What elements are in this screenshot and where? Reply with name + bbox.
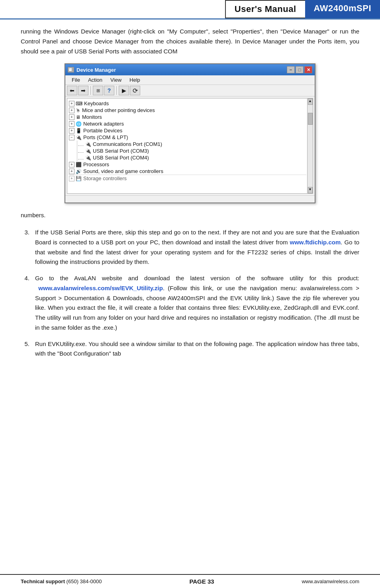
item-5-text: Run EVKUtility.exe. You should see a win… (35, 339, 359, 359)
scroll-thumb[interactable] (308, 113, 313, 125)
expand-ports[interactable]: − (69, 135, 74, 140)
device-manager-window: 🖥 Device Manager − □ ✕ File Action View … (65, 63, 315, 203)
close-button[interactable]: ✕ (304, 66, 312, 73)
ports-label: Ports (COM & LPT) (83, 134, 128, 140)
ports-children: 🔌 Communications Port (COM1) 🔌 USB Seria… (77, 141, 306, 161)
product-name: AW2400mSPI (305, 0, 380, 18)
dm-title: 🖥 Device Manager (68, 67, 116, 73)
network-icon: 🌐 (76, 121, 82, 127)
numbered-list: 3. If the USB Serial Ports are there, sk… (21, 228, 359, 359)
keyboard-icon: ⌨ (76, 101, 82, 106)
support-label: Technical support (21, 578, 67, 584)
menu-action[interactable]: Action (84, 76, 106, 84)
list-item-5: 5. Run EVKUtility.exe. You should see a … (21, 339, 359, 359)
tree-item-ports[interactable]: − 🔌 Ports (COM & LPT) (68, 134, 306, 141)
tree-item-storage[interactable]: + 💾 Storage controllers (68, 175, 306, 182)
dm-titlebar: 🖥 Device Manager − □ ✕ (65, 64, 315, 75)
storage-label: Storage controllers (83, 175, 127, 181)
dm-toolbar: ⬅ ➡ ⊞ ? ▶ ⟳ (65, 85, 315, 96)
restore-button[interactable]: □ (296, 66, 304, 73)
scan-button[interactable]: ▶ (119, 86, 129, 95)
support-phone: (650) 384-0000 (67, 578, 102, 584)
evk-utility-link[interactable]: www.avalanwireless.com/sw/EVK_Utility.zi… (38, 285, 163, 291)
monitors-icon: 🖥 (76, 114, 80, 120)
keyboards-label: Keyboards (84, 100, 109, 106)
tree-item-mice[interactable]: + 🖱 Mice and other pointing devices (68, 107, 306, 114)
tree-item-portable[interactable]: + 📱 Portable Devices (68, 127, 306, 134)
numbers-line: numbers. (21, 210, 359, 220)
portable-icon: 📱 (76, 128, 82, 134)
item-5-num: 5. (21, 339, 29, 359)
dm-title-icon: 🖥 (68, 67, 74, 73)
expand-mice[interactable]: + (69, 108, 74, 113)
dot-line-com3 (78, 149, 84, 153)
expand-sound[interactable]: + (69, 169, 74, 174)
mice-label: Mice and other pointing devices (82, 107, 155, 113)
manual-title: User's Manual (225, 0, 305, 18)
toolbar-sep-2 (116, 86, 117, 95)
dot-line-com1 (78, 143, 84, 146)
com4-icon: 🔌 (85, 155, 91, 161)
expand-portable[interactable]: + (69, 128, 74, 134)
com1-label: Communications Port (COM1) (93, 141, 162, 147)
dm-window-controls: − □ ✕ (287, 66, 312, 73)
tree-item-processors[interactable]: + ⬛ Processors (68, 161, 306, 168)
dm-statusbar (65, 195, 315, 203)
dm-title-text: Device Manager (76, 67, 116, 73)
list-item-4: 4. Go to the AvaLAN website and download… (21, 273, 359, 333)
mice-icon: 🖱 (76, 108, 80, 113)
tree-item-com3[interactable]: 🔌 USB Serial Port (COM3) (77, 147, 306, 154)
ftdichip-link[interactable]: www.ftdichip.com (290, 239, 341, 246)
minimize-button[interactable]: − (287, 66, 295, 73)
com4-label: USB Serial Port (COM4) (93, 155, 149, 161)
main-content: running the Windows Device Manager (righ… (0, 27, 380, 359)
footer-website: www.avalanwireless.com (302, 578, 359, 584)
refresh-button[interactable]: ⟳ (130, 86, 140, 95)
item-3-text: If the USB Serial Ports are there, skip … (35, 228, 359, 267)
ports-icon: 🔌 (76, 135, 82, 140)
dm-tree: + ⌨ Keyboards + 🖱 Mice and other pointin… (67, 98, 307, 193)
help-button[interactable]: ? (104, 86, 114, 95)
intro-paragraph: running the Windows Device Manager (righ… (21, 27, 359, 56)
expand-keyboards[interactable]: + (69, 101, 74, 106)
dm-body: + ⌨ Keyboards + 🖱 Mice and other pointin… (67, 98, 313, 194)
scroll-down[interactable]: ▼ (308, 187, 313, 193)
com1-icon: 🔌 (85, 142, 91, 147)
back-button[interactable]: ⬅ (67, 86, 77, 95)
page-header: User's Manual AW2400mSPI (0, 0, 380, 20)
scroll-up[interactable]: ▲ (308, 98, 313, 105)
expand-network[interactable]: + (69, 121, 74, 127)
sound-label: Sound, video and game controllers (83, 168, 163, 174)
tree-item-com4[interactable]: 🔌 USB Serial Port (COM4) (77, 154, 306, 161)
forward-button[interactable]: ➡ (78, 86, 88, 95)
expand-processors[interactable]: + (69, 162, 74, 167)
expand-storage[interactable]: + (69, 176, 74, 181)
monitors-label: Monitors (82, 114, 102, 120)
menu-help[interactable]: Help (125, 76, 144, 84)
item-4-text: Go to the AvaLAN website and download th… (35, 273, 359, 333)
dm-scrollbar[interactable]: ▲ ▼ (307, 98, 313, 193)
menu-view[interactable]: View (106, 76, 125, 84)
tree-item-com1[interactable]: 🔌 Communications Port (COM1) (77, 141, 306, 147)
item-4-num: 4. (21, 273, 29, 333)
com3-icon: 🔌 (85, 148, 91, 154)
properties-button[interactable]: ⊞ (93, 86, 103, 95)
tree-item-monitors[interactable]: + 🖥 Monitors (68, 114, 306, 120)
tree-item-sound[interactable]: + 🔊 Sound, video and game controllers (68, 168, 306, 175)
expand-monitors[interactable]: + (69, 114, 74, 120)
dm-menubar: File Action View Help (65, 75, 315, 85)
network-label: Network adapters (83, 121, 124, 127)
footer-page: PAGE 33 (189, 578, 214, 585)
footer-support: Technical support (650) 384-0000 (21, 578, 102, 584)
storage-icon: 💾 (76, 176, 82, 181)
sound-icon: 🔊 (76, 169, 82, 174)
processors-icon: ⬛ (76, 162, 82, 167)
tree-item-network[interactable]: + 🌐 Network adapters (68, 120, 306, 127)
portable-label: Portable Devices (83, 128, 122, 134)
item-3-num: 3. (21, 228, 29, 267)
com3-label: USB Serial Port (COM3) (93, 148, 149, 154)
tree-item-keyboards[interactable]: + ⌨ Keyboards (68, 100, 306, 107)
menu-file[interactable]: File (68, 76, 84, 84)
page-footer: Technical support (650) 384-0000 PAGE 33… (0, 574, 380, 588)
processors-label: Processors (83, 161, 109, 167)
